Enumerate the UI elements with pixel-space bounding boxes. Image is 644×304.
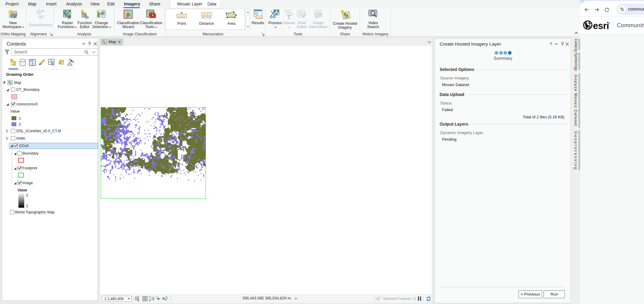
svg-text:N: N <box>162 297 165 300</box>
svg-text:fx: fx <box>68 15 71 19</box>
svg-text:fx: fx <box>86 15 89 19</box>
